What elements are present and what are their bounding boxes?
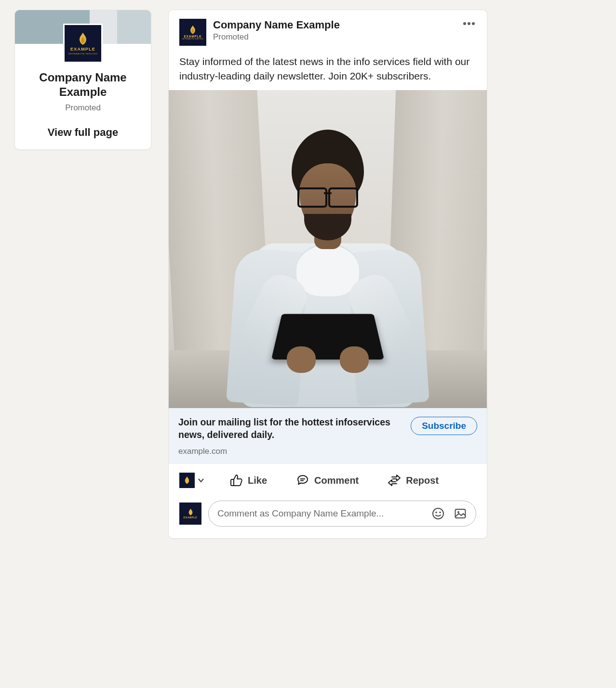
comment-composer: EXAMPLE <box>169 492 487 538</box>
sidebar-company-card: EXAMPLE INFORMATION SERVICES Company Nam… <box>14 10 151 150</box>
comment-avatar[interactable]: EXAMPLE <box>179 503 201 525</box>
svg-point-5 <box>433 508 443 519</box>
logo-text-primary: EXAMPLE <box>184 35 201 38</box>
repost-label: Repost <box>406 475 439 486</box>
sponsored-post: EXAMPLE INFORMATION SERVICES Company Nam… <box>168 10 487 539</box>
company-logo[interactable]: EXAMPLE INFORMATION SERVICES <box>63 24 103 63</box>
svg-point-2 <box>472 22 475 25</box>
like-icon <box>229 474 243 487</box>
flame-icon <box>184 476 190 484</box>
flame-icon <box>189 25 196 35</box>
like-button[interactable]: Like <box>226 469 271 492</box>
post-action-bar: Like Comment Repost <box>169 464 487 492</box>
emoji-button[interactable] <box>429 505 447 522</box>
logo-text-secondary: INFORMATION SERVICES <box>68 53 98 55</box>
reaction-identity-picker[interactable] <box>179 473 204 488</box>
cta-domain: example.com <box>178 447 405 456</box>
view-full-page-link[interactable]: View full page <box>22 126 144 139</box>
post-header: EXAMPLE INFORMATION SERVICES Company Nam… <box>169 10 487 51</box>
post-hero-image[interactable] <box>169 90 487 408</box>
comment-label: Comment <box>314 475 359 486</box>
reaction-avatar <box>179 473 195 488</box>
post-cta-bar: Join our mailing list for the hottest in… <box>169 408 487 464</box>
more-icon <box>463 22 475 26</box>
post-body-text: Stay informed of the latest news in the … <box>169 51 487 90</box>
svg-point-9 <box>457 511 459 513</box>
like-label: Like <box>248 475 267 486</box>
svg-point-7 <box>439 512 441 513</box>
comment-button[interactable]: Comment <box>292 469 362 492</box>
svg-point-0 <box>463 22 466 25</box>
svg-point-6 <box>435 512 437 513</box>
subscribe-button[interactable]: Subscribe <box>411 417 477 435</box>
repost-icon <box>388 474 401 487</box>
flame-icon <box>78 32 88 46</box>
repost-button[interactable]: Repost <box>384 469 442 492</box>
hero-person-illustration <box>227 110 429 399</box>
post-promoted-label: Promoted <box>213 32 455 42</box>
logo-text-primary: EXAMPLE <box>70 47 95 52</box>
logo-text-secondary: INFORMATION SERVICES <box>182 38 204 40</box>
flame-icon <box>188 508 193 516</box>
image-icon <box>454 507 467 520</box>
sidebar-company-name: Company Name Example <box>22 70 144 99</box>
comment-icon <box>296 474 309 487</box>
svg-point-1 <box>468 22 470 25</box>
cta-headline: Join our mailing list for the hottest in… <box>178 416 405 441</box>
comment-input[interactable] <box>217 508 425 519</box>
sidebar-banner: EXAMPLE INFORMATION SERVICES <box>15 10 151 44</box>
logo-text-primary: EXAMPLE <box>184 516 197 519</box>
chevron-down-icon <box>198 477 204 484</box>
emoji-icon <box>431 507 445 520</box>
comment-input-container[interactable] <box>208 501 476 527</box>
image-attach-button[interactable] <box>452 505 469 522</box>
sidebar-promoted-label: Promoted <box>22 103 144 113</box>
post-more-menu[interactable] <box>462 19 476 28</box>
post-company-name[interactable]: Company Name Example <box>213 19 455 31</box>
post-company-avatar[interactable]: EXAMPLE INFORMATION SERVICES <box>179 19 206 46</box>
